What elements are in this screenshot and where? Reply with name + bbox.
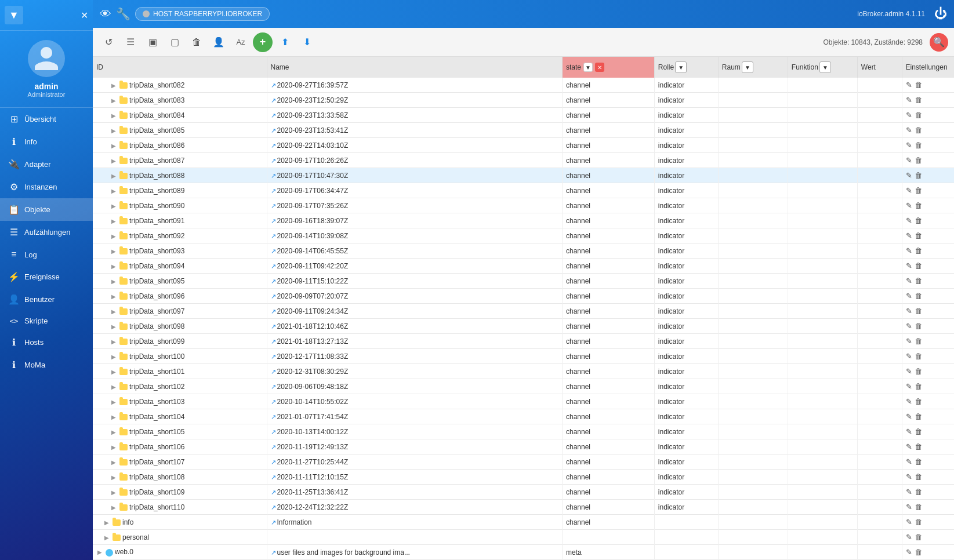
delete-row-button[interactable]: 🗑 <box>915 412 922 421</box>
wrench-icon[interactable]: 🔧 <box>116 7 130 21</box>
delete-row-button[interactable]: 🗑 <box>915 111 922 119</box>
edit-button[interactable]: ✎ <box>906 126 912 134</box>
delete-row-button[interactable]: 🗑 <box>915 488 922 496</box>
edit-button[interactable]: ✎ <box>906 412 912 421</box>
row-expand-icon[interactable]: ▶ <box>111 429 118 436</box>
delete-row-button[interactable]: 🗑 <box>915 141 922 150</box>
sidebar-item-log[interactable]: ≡ Log <box>0 243 93 266</box>
add-button[interactable]: + <box>253 32 273 52</box>
delete-row-button[interactable]: 🗑 <box>915 307 922 315</box>
sidebar-close-button[interactable]: ✕ <box>81 10 88 21</box>
delete-row-button[interactable]: 🗑 <box>915 548 922 557</box>
delete-row-button[interactable]: 🗑 <box>915 367 922 376</box>
edit-button[interactable]: ✎ <box>906 367 912 376</box>
row-expand-icon[interactable]: ▶ <box>111 323 118 330</box>
sidebar-item-instanzen[interactable]: ⚙ Instanzen <box>0 176 93 198</box>
delete-row-button[interactable]: 🗑 <box>915 126 922 134</box>
row-expand-icon[interactable]: ▶ <box>111 248 118 255</box>
funktion-dropdown-button[interactable]: ▼ <box>819 61 831 73</box>
edit-button[interactable]: ✎ <box>906 231 912 240</box>
delete-row-button[interactable]: 🗑 <box>915 533 922 541</box>
row-expand-icon[interactable]: ▶ <box>111 82 118 89</box>
delete-row-button[interactable]: 🗑 <box>915 81 922 89</box>
row-expand-icon[interactable]: ▶ <box>111 158 118 165</box>
sidebar-item-benutzer[interactable]: 👤 Benutzer <box>0 288 93 311</box>
edit-button[interactable]: ✎ <box>906 488 912 496</box>
row-expand-icon[interactable]: ▶ <box>111 112 118 119</box>
row-expand-icon[interactable]: ▶ <box>111 308 118 315</box>
edit-button[interactable]: ✎ <box>906 472 912 481</box>
delete-row-button[interactable]: 🗑 <box>915 261 922 270</box>
row-expand-icon[interactable]: ▶ <box>111 293 118 300</box>
edit-button[interactable]: ✎ <box>906 186 912 195</box>
row-expand-icon[interactable]: ▶ <box>111 218 118 225</box>
sidebar-item-info[interactable]: ℹ Info <box>0 130 93 153</box>
edit-button[interactable]: ✎ <box>906 503 912 511</box>
delete-row-button[interactable]: 🗑 <box>915 171 922 180</box>
row-expand-icon[interactable]: ▶ <box>111 459 118 466</box>
power-icon[interactable]: ⏻ <box>934 6 947 21</box>
delete-row-button[interactable]: 🗑 <box>915 337 922 346</box>
row-expand-icon[interactable]: ▶ <box>111 399 118 406</box>
delete-row-button[interactable]: 🗑 <box>915 457 922 466</box>
rolle-dropdown-button[interactable]: ▼ <box>675 61 687 73</box>
download-button[interactable]: ⬇ <box>297 32 317 52</box>
row-expand-icon[interactable]: ▶ <box>111 339 118 346</box>
delete-row-button[interactable]: 🗑 <box>915 397 922 406</box>
delete-row-button[interactable]: 🗑 <box>915 292 922 300</box>
raum-dropdown-button[interactable]: ▼ <box>742 61 753 73</box>
delete-row-button[interactable]: 🗑 <box>915 186 922 195</box>
row-expand-icon[interactable]: ▶ <box>111 474 118 481</box>
delete-row-button[interactable]: 🗑 <box>915 382 922 391</box>
row-expand-icon[interactable]: ▶ <box>111 97 118 104</box>
delete-row-button[interactable]: 🗑 <box>915 231 922 240</box>
row-expand-icon[interactable]: ▶ <box>104 534 111 541</box>
row-expand-icon[interactable]: ▶ <box>111 188 118 195</box>
sidebar-item-ereignisse[interactable]: ⚡ Ereignisse <box>0 266 93 288</box>
edit-button[interactable]: ✎ <box>906 322 912 330</box>
row-expand-icon[interactable]: ▶ <box>111 369 118 376</box>
edit-button[interactable]: ✎ <box>906 382 912 391</box>
delete-row-button[interactable]: 🗑 <box>915 201 922 210</box>
row-expand-icon[interactable]: ▶ <box>97 549 104 556</box>
row-expand-icon[interactable]: ▶ <box>111 233 118 240</box>
row-expand-icon[interactable]: ▶ <box>111 278 118 285</box>
search-button[interactable]: 🔍 <box>930 33 948 52</box>
edit-button[interactable]: ✎ <box>906 201 912 210</box>
edit-button[interactable]: ✎ <box>906 548 912 557</box>
edit-button[interactable]: ✎ <box>906 261 912 270</box>
edit-button[interactable]: ✎ <box>906 397 912 406</box>
edit-button[interactable]: ✎ <box>906 518 912 526</box>
edit-button[interactable]: ✎ <box>906 96 912 104</box>
delete-row-button[interactable]: 🗑 <box>915 442 922 451</box>
delete-row-button[interactable]: 🗑 <box>915 322 922 330</box>
delete-row-button[interactable]: 🗑 <box>915 246 922 255</box>
eye-icon[interactable]: 👁 <box>100 8 111 21</box>
delete-row-button[interactable]: 🗑 <box>915 277 922 285</box>
edit-button[interactable]: ✎ <box>906 141 912 150</box>
edit-button[interactable]: ✎ <box>906 337 912 346</box>
sort-button[interactable]: Az <box>231 32 251 52</box>
state-dropdown-button[interactable]: ▼ <box>583 63 593 72</box>
state-filter-clear-button[interactable]: ✕ <box>595 63 604 72</box>
delete-row-button[interactable]: 🗑 <box>915 503 922 511</box>
edit-button[interactable]: ✎ <box>906 246 912 255</box>
row-expand-icon[interactable]: ▶ <box>111 384 118 391</box>
delete-row-button[interactable]: 🗑 <box>915 96 922 104</box>
user-button[interactable]: 👤 <box>209 32 228 52</box>
delete-button[interactable]: 🗑 <box>187 32 206 52</box>
edit-button[interactable]: ✎ <box>906 533 912 541</box>
row-expand-icon[interactable]: ▶ <box>111 173 118 180</box>
edit-button[interactable]: ✎ <box>906 277 912 285</box>
delete-row-button[interactable]: 🗑 <box>915 427 922 436</box>
delete-row-button[interactable]: 🗑 <box>915 518 922 526</box>
list-view-button[interactable]: ☰ <box>121 32 140 52</box>
sidebar-item-uebersicht[interactable]: ⊞ Übersicht <box>0 108 93 130</box>
upload-button[interactable]: ⬆ <box>275 32 295 52</box>
edit-button[interactable]: ✎ <box>906 442 912 451</box>
row-expand-icon[interactable]: ▶ <box>111 143 118 150</box>
refresh-button[interactable]: ↺ <box>99 32 118 52</box>
edit-button[interactable]: ✎ <box>906 171 912 180</box>
edit-button[interactable]: ✎ <box>906 427 912 436</box>
row-expand-icon[interactable]: ▶ <box>111 504 118 511</box>
